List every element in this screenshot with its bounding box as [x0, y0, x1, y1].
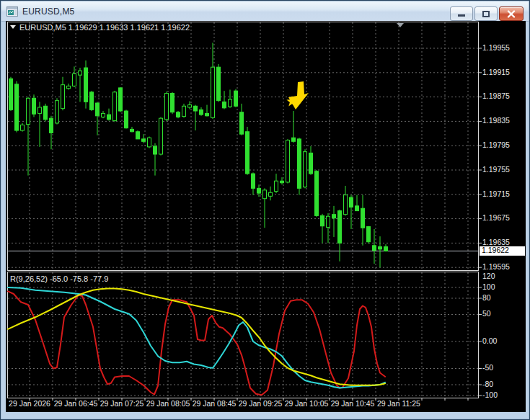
close-icon: [507, 10, 516, 18]
chart-window-icon[interactable]: [6, 6, 18, 17]
window-title: EURUSD,M5: [22, 6, 74, 17]
chart-canvas[interactable]: 1.199551.199151.198751.198351.197951.197…: [6, 21, 526, 412]
price-axis-area[interactable]: [479, 22, 526, 398]
restore-button[interactable]: [474, 6, 498, 21]
mt4-chart-window: EURUSD,M5 1.199551.199151.198751.198351.…: [0, 0, 530, 420]
chart-client-area: 1.199551.199151.198751.198351.197951.197…: [6, 21, 526, 412]
time-axis-area[interactable]: [8, 398, 478, 411]
minimize-icon: [457, 10, 466, 17]
window-titlebar[interactable]: EURUSD,M5: [1, 1, 529, 22]
restore-icon: [482, 10, 490, 18]
main-chart-area[interactable]: [8, 22, 478, 270]
indicator-pane-area[interactable]: [8, 272, 478, 398]
window-controls: [449, 6, 524, 21]
close-button[interactable]: [499, 6, 524, 21]
minimize-button[interactable]: [450, 6, 473, 21]
